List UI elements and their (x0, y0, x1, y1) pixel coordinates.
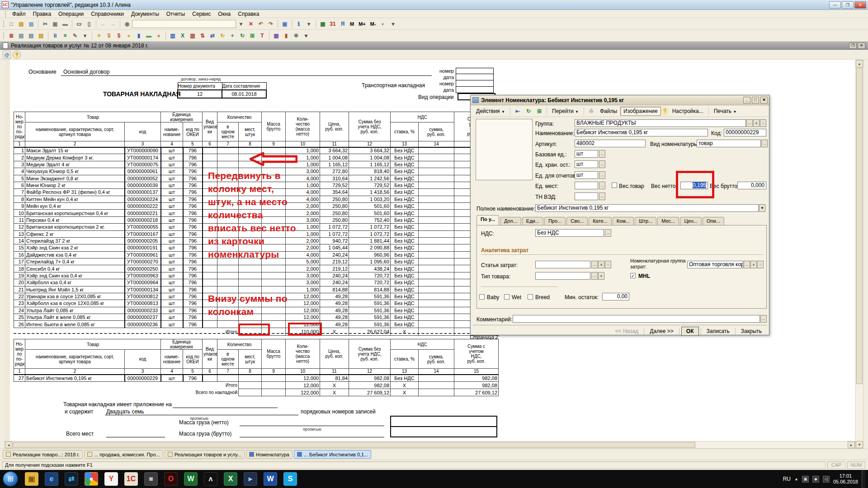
reread-icon[interactable]: ⇤ (512, 107, 523, 116)
report-unit-field[interactable]: шт (575, 171, 598, 179)
store-unit-field[interactable]: шт (575, 160, 598, 168)
coins-pair-icon[interactable]: ● (154, 31, 163, 40)
cost-item-clear-button[interactable]: x (598, 261, 604, 268)
report-t-icon[interactable]: Т (258, 31, 267, 40)
comment-ellipsis-button[interactable]: ... (760, 315, 767, 323)
display-tray-icon[interactable]: ▣ (802, 476, 809, 483)
table-row[interactable]: 19Хэйр энд Скин кэа 0,4 кг УТ000000963шт… (14, 272, 499, 279)
spreadsheet-icon[interactable]: ▦ (318, 19, 327, 28)
paste-icon[interactable]: ▬ (61, 19, 70, 28)
help-icon[interactable]: ? (13, 51, 21, 59)
export-excel-icon[interactable]: X (178, 31, 187, 40)
sync-arrows-icon[interactable]: ⇄ (65, 472, 78, 486)
menu-операции[interactable]: Операции (55, 10, 87, 18)
more-caret-icon[interactable]: ▾ (302, 31, 311, 40)
print-form-icon[interactable]: ▤ (17, 31, 26, 40)
excel-icon[interactable]: X (224, 472, 237, 486)
dialog-close-button[interactable]: ✕ (760, 97, 768, 103)
baby-checkbox[interactable] (479, 294, 485, 300)
attach-icon[interactable]: ✇ (586, 107, 597, 116)
copy-icon[interactable]: ▣ (51, 19, 60, 28)
weight-item-checkbox[interactable] (612, 183, 617, 188)
coins-icon[interactable]: ● (124, 31, 133, 40)
chrome-icon[interactable]: ● (85, 472, 98, 486)
start-button[interactable]: ⊞ (3, 471, 18, 487)
zoom-tool-icon[interactable]: ◐ (379, 19, 388, 28)
payment-icon[interactable]: ▬ (144, 31, 153, 40)
calendar-icon[interactable]: 31 (328, 19, 337, 28)
dim-report-icon[interactable]: ▦ (272, 31, 281, 40)
menu-справочники[interactable]: Справочники (88, 10, 127, 18)
dialog-tab-11[interactable]: Опи... (703, 217, 724, 226)
full-name-dropdown-button[interactable]: ▼ (759, 204, 765, 212)
print-menu-button[interactable]: Печать ▼ (711, 107, 740, 116)
scroll-thumb[interactable] (13, 442, 695, 448)
antivirus-tray-icon[interactable]: ◆ (812, 476, 819, 483)
open-icon[interactable]: ▤ (17, 19, 26, 28)
price-calc-icon[interactable]: ✎ (71, 31, 80, 40)
dialog-button-1[interactable]: << Назад (612, 327, 642, 336)
comment-field[interactable] (513, 315, 760, 323)
copy-window-icon[interactable]: ▣ (280, 19, 289, 28)
dialog-titlebar[interactable]: Элемент Номенклатура: Бебикэт Инстинктив… (471, 95, 769, 105)
user-lock-icon[interactable]: Я (338, 19, 347, 28)
window-tab-1[interactable]: Реализации товаро...: 2018 г. (3, 450, 83, 459)
menu-окна[interactable]: Окна (215, 10, 234, 18)
cash-register-icon[interactable]: ¤ (61, 31, 70, 40)
files-button[interactable]: Файлы (597, 107, 620, 116)
image-button[interactable]: Изображение (620, 107, 661, 116)
dialog-tab-8[interactable]: Штр... (635, 217, 656, 226)
item-image-placeholder[interactable] (476, 119, 533, 180)
ie-icon[interactable]: e (45, 472, 58, 486)
min-rest-field[interactable]: 0,00 (602, 293, 629, 300)
counterparties-icon[interactable]: ii (51, 31, 60, 40)
product-type-ellipsis-button[interactable]: ... (591, 272, 598, 280)
scroll-down-arrow[interactable]: ▼ (856, 441, 863, 448)
breed-checkbox[interactable] (528, 294, 533, 300)
name-field[interactable]: Бебикэт Инстинктив 0,195 кг (575, 129, 708, 136)
window-tab-3[interactable]: Реализация товаров и услу... (165, 450, 245, 459)
settings-button[interactable]: Настройка... (669, 107, 707, 116)
dialog-tab-1[interactable]: По у... (476, 215, 499, 225)
window-tab-5[interactable]: ... Бебикэт Инстинктив 0,1... (294, 450, 372, 459)
cost-item-field[interactable] (535, 261, 590, 268)
menu-отчеты[interactable]: Отчеты (163, 10, 188, 18)
print-form2-icon[interactable]: ▤ (27, 31, 36, 40)
invoice-out-icon[interactable]: ▥ (168, 31, 177, 40)
info-caret-icon[interactable]: ▾ (304, 19, 313, 28)
language-indicator[interactable]: RU (783, 476, 791, 482)
print-preview-icon[interactable]: ▯ (85, 19, 94, 28)
vat-field[interactable]: Без НДС (535, 229, 604, 237)
quick-search-input[interactable] (132, 20, 236, 28)
base-unit-field[interactable]: шт (575, 150, 598, 158)
money-refresh-icon[interactable]: ↻ (218, 31, 227, 40)
dialog-tab-2[interactable]: Доп... (500, 217, 521, 226)
scale-button-m+[interactable]: M+ (356, 20, 368, 28)
transfer-icon[interactable]: ⇄ (208, 31, 217, 40)
dialog-tab-9[interactable]: Мес... (657, 217, 679, 226)
table-row[interactable]: 18Сенсибл 0,4 кг 00000000250шт 796 2,000… (14, 265, 499, 272)
sales-chart-icon[interactable]: ▮ (134, 31, 143, 40)
refresh-icon[interactable]: ↻ (238, 31, 247, 40)
cost-item-search-button[interactable]: ◌ (605, 261, 611, 268)
table-row[interactable]: 27Бебикэт Инстинктив 0,195 кг 0000000022… (14, 375, 499, 382)
cut-icon[interactable]: ✂ (41, 19, 50, 28)
dialog-button-2[interactable]: Далее >> (646, 327, 677, 336)
console-icon[interactable]: ▸ (244, 472, 257, 486)
minimize-button[interactable]: — (829, 1, 841, 9)
word-icon[interactable]: W (264, 472, 277, 486)
store-unit-ellipsis-button[interactable]: ... (599, 160, 605, 168)
menu-правка[interactable]: Правка (30, 10, 55, 18)
skype-icon[interactable]: S (283, 472, 297, 486)
sales-basket-icon[interactable]: $ (104, 31, 113, 40)
onec-icon[interactable]: 1С (124, 472, 138, 486)
retail-sale-icon[interactable]: $ (114, 31, 123, 40)
group-search-button[interactable]: ◌ (760, 119, 766, 127)
place-unit-ellipsis-button[interactable]: ... (599, 182, 605, 189)
scale-button-m[interactable]: M (348, 20, 356, 28)
zoom-caret-icon[interactable]: ▾ (389, 19, 398, 28)
customer-money-icon[interactable]: ¤ (94, 31, 104, 40)
invoice-in-icon[interactable]: ▥ (188, 31, 197, 40)
redo-icon[interactable]: → (108, 19, 118, 28)
print-form3-icon[interactable]: ▤ (37, 31, 46, 40)
